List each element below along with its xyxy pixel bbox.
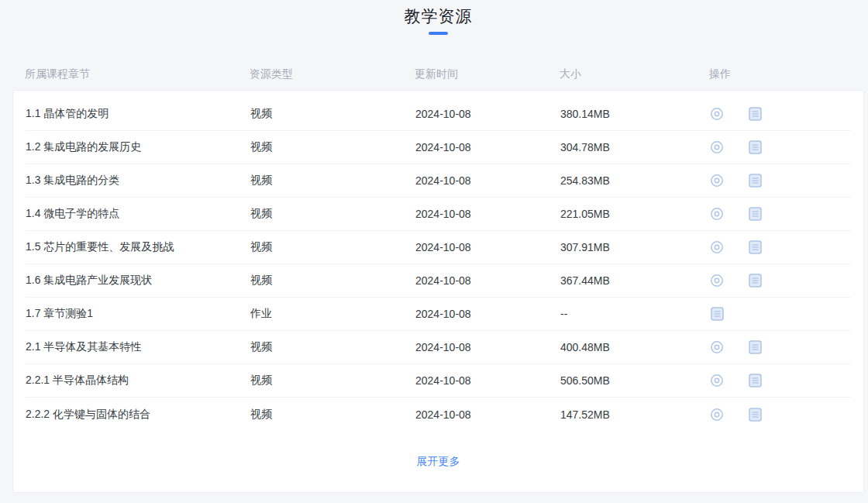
document-button[interactable] xyxy=(748,174,762,188)
document-button[interactable] xyxy=(710,307,724,321)
size-cell: -- xyxy=(560,308,710,320)
type-cell: 视频 xyxy=(250,274,415,288)
column-header-type: 资源类型 xyxy=(250,67,415,81)
type-cell: 视频 xyxy=(250,140,415,154)
actions-cell xyxy=(710,207,851,221)
document-icon xyxy=(749,408,762,422)
updated-cell: 2024-10-08 xyxy=(415,308,560,320)
chapter-cell: 1.2 集成电路的发展历史 xyxy=(26,140,250,154)
preview-button[interactable] xyxy=(710,140,724,154)
preview-button[interactable] xyxy=(710,340,724,354)
document-button[interactable] xyxy=(748,107,762,121)
size-cell: 380.14MB xyxy=(560,108,710,120)
size-cell: 307.91MB xyxy=(560,241,710,253)
expand-more-link[interactable]: 展开更多 xyxy=(417,455,460,469)
type-cell: 视频 xyxy=(250,374,415,388)
preview-eye-icon xyxy=(710,174,724,188)
preview-button[interactable] xyxy=(710,174,724,188)
title-underline-decoration xyxy=(429,32,448,35)
table-row: 1.2 集成电路的发展历史 视频 2024-10-08 304.78MB xyxy=(26,131,851,164)
document-icon xyxy=(749,374,762,388)
chapter-cell: 1.5 芯片的重要性、发展及挑战 xyxy=(26,240,250,254)
size-cell: 221.05MB xyxy=(560,208,710,220)
preview-eye-icon xyxy=(710,207,724,221)
type-cell: 视频 xyxy=(250,340,415,354)
table-header: 所属课程章节 资源类型 更新时间 大小 操作 xyxy=(12,60,864,90)
chapter-cell: 2.1 半导体及其基本特性 xyxy=(26,340,250,354)
column-header-actions: 操作 xyxy=(709,67,852,81)
document-button[interactable] xyxy=(748,408,762,422)
preview-eye-icon xyxy=(710,340,724,354)
table-row: 2.2.1 半导体晶体结构 视频 2024-10-08 506.50MB xyxy=(26,364,851,398)
updated-cell: 2024-10-08 xyxy=(415,208,560,220)
document-icon xyxy=(749,207,762,221)
document-button[interactable] xyxy=(748,207,762,221)
document-button[interactable] xyxy=(748,374,762,388)
table-row: 1.6 集成电路产业发展现状 视频 2024-10-08 367.44MB xyxy=(26,264,851,298)
page-title: 教学资源 xyxy=(12,6,864,26)
preview-eye-icon xyxy=(710,408,724,422)
chapter-cell: 1.1 晶体管的发明 xyxy=(26,107,250,121)
document-icon xyxy=(711,307,724,321)
preview-eye-icon xyxy=(710,107,724,121)
type-cell: 视频 xyxy=(250,107,415,121)
resource-table-card: 1.1 晶体管的发明 视频 2024-10-08 380.14MB 1.2 xyxy=(12,90,864,493)
actions-cell xyxy=(710,374,851,388)
actions-cell xyxy=(710,408,851,422)
actions-cell xyxy=(710,140,851,154)
table-body: 1.1 晶体管的发明 视频 2024-10-08 380.14MB 1.2 xyxy=(26,98,851,431)
updated-cell: 2024-10-08 xyxy=(415,241,560,253)
column-header-updated: 更新时间 xyxy=(415,67,560,81)
actions-cell xyxy=(710,240,851,254)
size-cell: 400.48MB xyxy=(560,341,710,353)
updated-cell: 2024-10-08 xyxy=(415,341,560,353)
chapter-cell: 1.3 集成电路的分类 xyxy=(26,174,250,188)
preview-button[interactable] xyxy=(710,374,724,388)
preview-button[interactable] xyxy=(710,274,724,288)
chapter-cell: 2.2.1 半导体晶体结构 xyxy=(26,374,250,388)
page-header: 教学资源 xyxy=(12,6,864,35)
size-cell: 254.83MB xyxy=(560,174,710,187)
column-header-size: 大小 xyxy=(560,67,709,81)
table-row: 1.5 芯片的重要性、发展及挑战 视频 2024-10-08 307.91MB xyxy=(26,231,851,264)
document-icon xyxy=(749,274,762,288)
document-button[interactable] xyxy=(748,274,762,288)
updated-cell: 2024-10-08 xyxy=(415,108,560,120)
preview-button[interactable] xyxy=(710,240,724,254)
chapter-cell: 1.4 微电子学的特点 xyxy=(26,207,250,221)
size-cell: 147.52MB xyxy=(560,408,710,421)
preview-eye-icon xyxy=(710,274,724,288)
document-button[interactable] xyxy=(748,140,762,154)
document-icon xyxy=(749,140,762,154)
chapter-cell: 1.6 集成电路产业发展现状 xyxy=(26,274,250,288)
table-row: 1.7 章节测验1 作业 2024-10-08 -- xyxy=(26,298,851,331)
updated-cell: 2024-10-08 xyxy=(415,141,560,153)
table-row: 1.4 微电子学的特点 视频 2024-10-08 221.05MB xyxy=(26,198,851,231)
actions-cell xyxy=(710,174,851,188)
table-row: 1.1 晶体管的发明 视频 2024-10-08 380.14MB xyxy=(26,98,851,131)
document-button[interactable] xyxy=(748,240,762,254)
table-footer: 展开更多 xyxy=(26,431,851,492)
type-cell: 视频 xyxy=(250,207,415,221)
chapter-cell: 1.7 章节测验1 xyxy=(26,307,250,321)
document-icon xyxy=(749,174,762,188)
actions-cell xyxy=(710,107,851,121)
preview-button[interactable] xyxy=(710,207,724,221)
preview-button[interactable] xyxy=(710,408,724,422)
preview-button[interactable] xyxy=(710,107,724,121)
page: 教学资源 所属课程章节 资源类型 更新时间 大小 操作 1.1 晶体管的发明 视… xyxy=(0,0,868,493)
column-header-chapter: 所属课程章节 xyxy=(25,67,250,81)
table-row: 2.2.2 化学键与固体的结合 视频 2024-10-08 147.52MB xyxy=(26,398,851,431)
table-row: 1.3 集成电路的分类 视频 2024-10-08 254.83MB xyxy=(26,164,851,198)
chapter-cell: 2.2.2 化学键与固体的结合 xyxy=(26,408,250,422)
actions-cell xyxy=(710,307,851,321)
type-cell: 作业 xyxy=(250,307,415,321)
type-cell: 视频 xyxy=(250,408,415,422)
document-icon xyxy=(749,240,762,254)
preview-eye-icon xyxy=(710,140,724,154)
preview-eye-icon xyxy=(710,374,724,388)
document-button[interactable] xyxy=(748,340,762,354)
document-icon xyxy=(749,107,762,121)
size-cell: 506.50MB xyxy=(560,374,710,387)
size-cell: 367.44MB xyxy=(560,274,710,287)
